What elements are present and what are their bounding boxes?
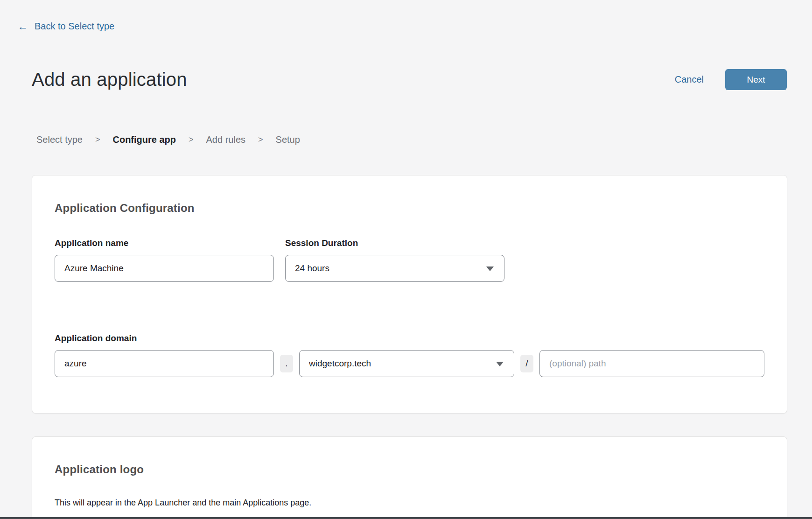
application-name-label: Application name [55,238,274,248]
back-to-select-type-link[interactable]: ← Back to Select type [18,21,114,32]
application-configuration-title: Application Configuration [55,202,764,215]
application-logo-title: Application logo [55,463,764,476]
domain-select-value: widgetcorp.tech [309,358,371,369]
path-input[interactable] [539,350,764,377]
session-duration-value: 24 hours [295,263,329,274]
wizard-stepper: Select type > Configure app > Add rules … [36,134,300,145]
session-duration-select[interactable]: 24 hours [285,255,504,282]
page-header: Add an application Cancel Next [32,69,787,90]
step-separator-icon: > [189,135,194,145]
add-application-page: ← Back to Select type Add an application… [0,0,812,519]
domain-select[interactable]: widgetcorp.tech [299,350,514,377]
step-setup: Setup [276,134,300,145]
slash-separator: / [520,355,533,372]
step-separator-icon: > [95,135,100,145]
dot-separator: . [280,355,293,372]
application-logo-description: This will appear in the App Launcher and… [55,498,764,508]
step-select-type: Select type [36,134,83,145]
page-title: Add an application [32,69,187,90]
session-duration-field-group: Session Duration 24 hours [285,238,504,282]
application-name-field-group: Application name [55,238,274,282]
header-actions: Cancel Next [675,69,787,90]
application-logo-card: Application logo This will appear in the… [32,436,787,519]
next-button[interactable]: Next [725,69,787,90]
step-separator-icon: > [258,135,263,145]
name-duration-row: Application name Session Duration 24 hou… [55,238,764,282]
step-add-rules: Add rules [206,134,246,145]
cancel-button[interactable]: Cancel [675,74,704,85]
chevron-down-icon [486,267,494,271]
application-name-input[interactable] [55,255,274,282]
subdomain-input[interactable] [55,350,274,377]
chevron-down-icon [496,362,504,366]
application-domain-label: Application domain [55,333,764,344]
application-configuration-card: Application Configuration Application na… [32,175,787,414]
application-domain-row: . widgetcorp.tech / [55,350,764,377]
viewport-bottom-edge [0,517,812,519]
step-configure-app: Configure app [112,134,176,145]
back-link-label: Back to Select type [35,21,114,32]
session-duration-label: Session Duration [285,238,504,248]
back-arrow-icon: ← [18,21,28,32]
